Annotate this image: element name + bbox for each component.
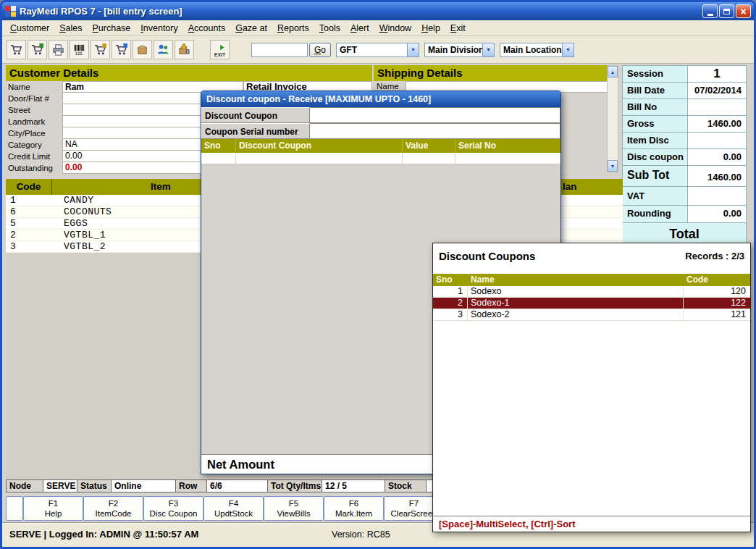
dialog-title-bar: Discount coupon - Receive [MAXIMUM UPTO …: [201, 91, 560, 107]
sno-column-header: Sno: [433, 274, 468, 286]
item-code: 1: [6, 195, 52, 206]
fn-label: Help: [45, 508, 62, 519]
vat-value: [688, 187, 746, 205]
fn-key: F4: [229, 498, 238, 508]
menu-item-customer[interactable]: Customer: [5, 22, 54, 35]
restore-icon: [723, 9, 730, 14]
menu-bar: Customer Sales Purchase Inventory Accoun…: [2, 20, 754, 36]
customer-details-header: Customer Details: [6, 65, 372, 81]
partial-column-header: lan: [561, 179, 623, 195]
scroll-up-icon[interactable]: ▲: [608, 66, 618, 77]
go-button[interactable]: Go: [309, 43, 331, 57]
vertical-scrollbar[interactable]: ▲ ▼: [607, 65, 618, 172]
menu-item-sales[interactable]: Sales: [54, 22, 87, 35]
coupon-serial-input[interactable]: [310, 123, 560, 139]
summary-label: VAT: [623, 187, 688, 205]
delivery-button[interactable]: [175, 40, 194, 59]
item-code: 5: [6, 218, 52, 229]
session-value: 1: [688, 66, 746, 82]
coupon-row-selected[interactable]: 2 Sodexo-1 122: [433, 298, 750, 309]
coupon-row[interactable]: 3 Sodexo-2 121: [433, 309, 750, 321]
division-select[interactable]: Main Division ▼: [424, 43, 495, 57]
chevron-down-icon: ▼: [562, 43, 574, 56]
app-icon: [5, 6, 16, 17]
fn-label: ViewBills: [277, 508, 311, 519]
close-button[interactable]: ×: [736, 4, 751, 18]
menu-item-accounts[interactable]: Accounts: [183, 22, 230, 35]
f1-help-button[interactable]: F1Help: [23, 496, 83, 521]
fn-label: ClearScreen: [391, 508, 437, 519]
scroll-down-icon[interactable]: ▼: [608, 160, 618, 172]
menu-item-help[interactable]: Help: [416, 22, 445, 35]
coupon-sno: 3: [433, 309, 468, 320]
status-row-value: 6/6: [206, 479, 268, 493]
field-label: Street: [6, 104, 62, 116]
item-disc-value: [688, 133, 746, 148]
function-key-row: F1Help F2ItemCode F3Disc Coupon F4UpdtSt…: [6, 496, 444, 521]
f6-mark-item-button[interactable]: F6Mark.Item: [324, 496, 384, 521]
field-label: Door/Flat #: [6, 93, 62, 104]
search-input[interactable]: [251, 43, 308, 57]
sales-cart-button[interactable]: [28, 40, 47, 59]
status-status-label: Status: [77, 479, 112, 493]
name-column-header: Name: [468, 274, 684, 286]
app-window: RayMedi RPOS 7 - [bill entry screen] × C…: [0, 0, 756, 549]
stock-box-button[interactable]: [133, 40, 152, 59]
window-title: RayMedi RPOS 7 - [bill entry screen]: [20, 6, 699, 17]
discount-coupon-input[interactable]: [310, 107, 560, 123]
menu-item-purchase[interactable]: Purchase: [87, 22, 135, 35]
menu-item-reports[interactable]: Reports: [272, 22, 314, 35]
division-select-value: Main Division: [425, 45, 482, 55]
disc-coupon-value: 0.00: [688, 149, 746, 165]
item-code: 2: [6, 230, 52, 240]
bill-date-value: 07/02/2014: [688, 83, 746, 99]
sno-column-header: Sno: [201, 139, 236, 153]
summary-label: Session: [623, 66, 688, 82]
close-icon: ×: [740, 7, 746, 17]
status-online-value: Online: [111, 479, 176, 493]
status-qty-value: 12 / 5: [322, 479, 385, 493]
fn-key: F2: [109, 498, 118, 508]
menu-item-tools[interactable]: Tools: [314, 22, 345, 35]
coupon-serial-label: Coupon Serial number: [201, 123, 310, 139]
menu-item-exit[interactable]: Exit: [445, 22, 471, 35]
bill-cart-button[interactable]: [7, 40, 26, 59]
f2-itemcode-button[interactable]: F2ItemCode: [83, 496, 143, 521]
print-icon: [51, 43, 65, 56]
minimize-button[interactable]: [702, 4, 718, 18]
stock-box-icon: [135, 43, 149, 56]
menu-item-gaze-at[interactable]: Gaze at: [230, 22, 272, 35]
status-row-label: Row: [175, 479, 207, 493]
f3-disc-coupon-button[interactable]: F3Disc Coupon: [143, 496, 203, 521]
shipping-name-label: Name: [377, 82, 399, 91]
coupon-row[interactable]: 1 Sodexo 120: [433, 286, 750, 298]
f4-updtstock-button[interactable]: F4UpdtStock: [203, 496, 264, 521]
dialog-table-header: Sno Discount Coupon Value Serial No: [201, 139, 560, 153]
menu-item-window[interactable]: Window: [374, 22, 416, 35]
delivery-icon: [177, 43, 191, 56]
bill-summary-panel: Session1 Bill Date07/02/2014 Bill No Gro…: [622, 65, 747, 246]
return-cart-button[interactable]: [112, 40, 131, 59]
exit-button[interactable]: EXIT: [210, 40, 230, 59]
menu-item-inventory[interactable]: Inventory: [135, 22, 182, 35]
gross-value: 1460.00: [688, 116, 746, 132]
restore-button[interactable]: [719, 4, 734, 18]
coupon-name: Sodexo-1: [468, 298, 684, 309]
exit-label: EXIT: [214, 52, 226, 57]
function-key-spacer: [6, 496, 23, 521]
customers-button[interactable]: [154, 40, 173, 59]
item-code: 6: [6, 206, 52, 217]
location-select-value: Main Location: [500, 45, 562, 55]
return-cart-icon: [114, 43, 128, 56]
barcode-icon: 123..: [72, 43, 86, 56]
print-button[interactable]: [49, 40, 68, 59]
f5-viewbills-button[interactable]: F5ViewBills: [264, 496, 324, 521]
menu-item-alert[interactable]: Alert: [345, 22, 374, 35]
sales-cart-icon: [30, 43, 44, 56]
dialog-empty-row[interactable]: [201, 153, 560, 164]
company-select[interactable]: GFT ▼: [336, 43, 419, 57]
barcode-button[interactable]: 123..: [70, 40, 89, 59]
location-select[interactable]: Main Location ▼: [500, 43, 574, 57]
fn-label: ItemCode: [96, 508, 132, 519]
purchase-cart-button[interactable]: [91, 40, 110, 59]
